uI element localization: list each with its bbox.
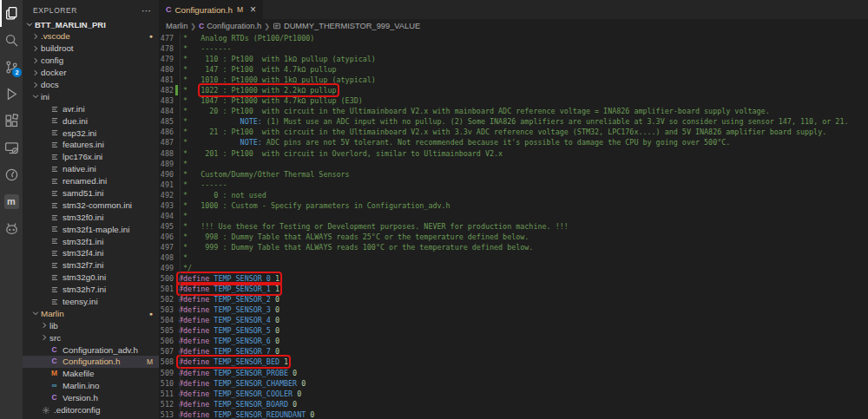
line-number[interactable]: 493 (159, 200, 174, 211)
line-number[interactable]: 495 (159, 221, 174, 232)
activity-platformio-icon[interactable] (0, 215, 23, 242)
activity-source-control-icon[interactable]: 2 (0, 54, 23, 81)
line-number[interactable]: 503 (159, 304, 174, 315)
tree-item--vscode[interactable]: .vscode● (23, 30, 159, 43)
close-icon[interactable]: × (250, 5, 256, 14)
tab-configuration-h[interactable]: C Configuration.h M × (159, 0, 263, 19)
line-number[interactable]: 504 (159, 315, 174, 325)
chevron-spacer (40, 285, 49, 294)
tree-item-marlin-ino[interactable]: ∞Marlin.ino (23, 380, 159, 392)
chevron-right-icon (31, 32, 40, 41)
chevron-right-icon (31, 56, 40, 65)
line-number[interactable]: 481 (159, 75, 174, 85)
tree-item-config[interactable]: config (23, 55, 159, 67)
line-number[interactable]: 485 (159, 116, 174, 127)
line-number[interactable]: 496 (159, 232, 174, 242)
line-number[interactable]: 478 (159, 43, 174, 54)
line-number[interactable]: 507 (159, 346, 174, 357)
code-line: 503#define TEMP_SENSOR_3 0 (159, 304, 868, 315)
line-number[interactable]: 498 (159, 252, 174, 263)
chevron-spacer (40, 298, 49, 306)
line-number[interactable]: 494 (159, 211, 174, 221)
tree-item-configuration-adv-h[interactable]: CConfiguration_adv.h (23, 344, 159, 356)
tree-item-lpc176x-ini[interactable]: lpc176x.ini (23, 151, 159, 163)
line-number[interactable]: 486 (159, 127, 174, 137)
line-number[interactable]: 512 (159, 399, 174, 409)
tree-item-stm32g0-ini[interactable]: stm32g0.ini (23, 272, 159, 284)
activity-remote-explorer-icon[interactable] (0, 134, 23, 161)
tree-item-stm32f1-maple-ini[interactable]: stm32f1-maple.ini (23, 223, 159, 235)
tree-item-stm32h7-ini[interactable]: stm32h7.ini (23, 284, 159, 296)
tree-item-version-h[interactable]: CVersion.h (23, 392, 159, 404)
tree-item-features-ini[interactable]: features.ini (23, 139, 159, 151)
line-number[interactable]: 508 (159, 357, 174, 367)
tree-item-stm32f7-ini[interactable]: stm32f7.ini (23, 259, 159, 272)
tree-item-makefile[interactable]: MMakefile (23, 368, 159, 380)
code-editor[interactable]: 477 * Analog RTDs (Pt100/Pt1000)478 * --… (159, 33, 868, 419)
workspace-root[interactable]: BTT_MARLIN_PRI (23, 18, 159, 30)
tree-item-ini[interactable]: ini (23, 90, 159, 102)
line-number[interactable]: 511 (159, 389, 174, 399)
tree-item-stm32f4-ini[interactable]: stm32f4.ini (23, 247, 159, 259)
tree-item-label: samd51.ini (62, 188, 159, 198)
activity-marlin-icon[interactable]: m (0, 188, 23, 215)
tree-item-native-ini[interactable]: native.ini (23, 163, 159, 175)
tree-item-due-ini[interactable]: due.ini (23, 115, 159, 127)
breadcrumb-item[interactable]: Marlin (166, 22, 187, 30)
ini-file-icon (49, 176, 59, 186)
tree-item-avr-ini[interactable]: avr.ini (23, 102, 159, 115)
editor-group: C Configuration.h M × Marlin❯CConfigurat… (159, 0, 868, 419)
tree-item-stm32-common-ini[interactable]: stm32-common.ini (23, 199, 159, 211)
tree-item-buildroot[interactable]: buildroot (23, 43, 159, 55)
tree-item-src[interactable]: src (23, 331, 159, 344)
line-number[interactable]: 483 (159, 95, 174, 106)
line-number[interactable]: 484 (159, 106, 174, 116)
line-number[interactable]: 488 (159, 148, 174, 159)
line-number[interactable]: 502 (159, 294, 174, 304)
activity-run-and-debug-icon[interactable] (0, 81, 23, 108)
activity-timer-icon[interactable] (0, 161, 23, 188)
tree-item-renamed-ini[interactable]: renamed.ini (23, 175, 159, 187)
code-text: * 201 : Pt100 with circuit in Overlord, … (179, 148, 503, 159)
more-actions-icon[interactable]: ⋯ (141, 5, 152, 16)
line-number[interactable]: 509 (159, 368, 174, 378)
line-number[interactable]: 492 (159, 190, 174, 200)
tree-item-esp32-ini[interactable]: esp32.ini (23, 127, 159, 139)
line-number[interactable]: 489 (159, 159, 174, 169)
gutter-indicator (175, 127, 178, 137)
line-number[interactable]: 491 (159, 180, 174, 190)
breadcrumb-item[interactable]: Configuration.h (207, 22, 261, 30)
line-number[interactable]: 505 (159, 325, 174, 336)
tree-item--editorconfig[interactable]: .editorconfig (23, 404, 159, 416)
line-number[interactable]: 506 (159, 336, 174, 346)
tree-item-stm32f0-ini[interactable]: stm32f0.ini (23, 211, 159, 223)
line-number[interactable]: 499 (159, 263, 174, 273)
line-number[interactable]: 497 (159, 242, 174, 252)
line-number[interactable]: 479 (159, 54, 174, 64)
explorer-sidebar: EXPLORER ⋯ BTT_MARLIN_PRI .vscode●buildr… (23, 0, 159, 419)
tree-item-marlin[interactable]: Marlin● (23, 307, 159, 319)
tree-item-docker[interactable]: docker (23, 67, 159, 79)
line-number[interactable]: 480 (159, 64, 174, 75)
line-number[interactable]: 487 (159, 137, 174, 147)
activity-explorer-icon[interactable] (0, 0, 23, 27)
tree-item-samd51-ini[interactable]: samd51.ini (23, 187, 159, 200)
tree-item-docs[interactable]: docs (23, 79, 159, 91)
tree-item-lib[interactable]: lib (23, 319, 159, 331)
tree-item-teensy-ini[interactable]: teensy.ini (23, 296, 159, 308)
activity-extensions-icon[interactable] (0, 108, 23, 134)
code-text: * NOTE: (1) Must use an ADC input with n… (179, 116, 848, 127)
breadcrumb-item[interactable]: DUMMY_THERMISTOR_999_VALUE (284, 22, 420, 30)
activity-search-icon[interactable] (0, 27, 23, 54)
tree-item-stm32f1-ini[interactable]: stm32f1.ini (23, 235, 159, 247)
line-number[interactable]: 510 (159, 378, 174, 389)
line-number[interactable]: 482 (159, 85, 174, 95)
line-number[interactable]: 500 (159, 273, 174, 284)
line-number[interactable]: 501 (159, 284, 174, 294)
code-line: 493 * 1000 : Custom - Specify parameters… (159, 200, 868, 211)
line-number[interactable]: 490 (159, 169, 174, 180)
line-number[interactable]: 477 (159, 33, 174, 43)
tree-item-configuration-h[interactable]: CConfiguration.hM (23, 356, 159, 368)
line-number[interactable]: 513 (159, 409, 174, 419)
tree-item--gitattributes[interactable]: .gitattributes (23, 416, 159, 419)
